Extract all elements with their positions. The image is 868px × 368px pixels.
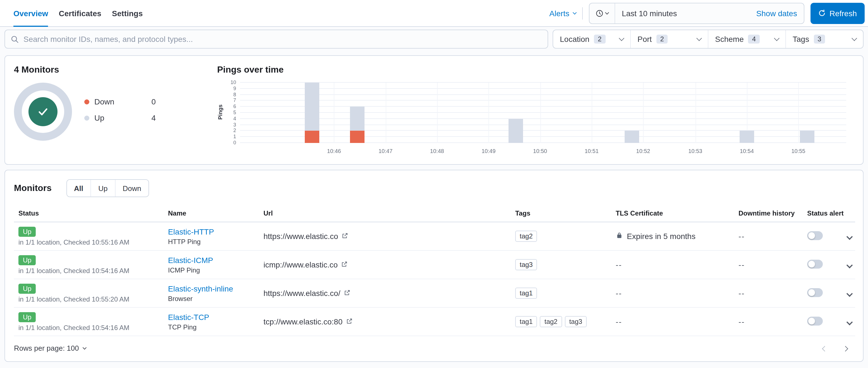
- filter-tags[interactable]: Tags3: [785, 30, 863, 48]
- monitors-filter-up[interactable]: Up: [90, 180, 115, 196]
- monitor-name-link[interactable]: Elastic-HTTP: [168, 227, 214, 236]
- status-alert-toggle[interactable]: [807, 288, 823, 297]
- monitor-name-link[interactable]: Elastic-synth-inline: [168, 284, 233, 293]
- uptime-app: OverviewCertificatesSettings Alerts Last…: [0, 0, 868, 368]
- tag-badge[interactable]: tag3: [565, 316, 587, 327]
- filter-scheme[interactable]: Scheme4: [708, 30, 785, 48]
- monitor-name-link[interactable]: Elastic-TCP: [168, 312, 209, 321]
- tag-badge[interactable]: tag2: [515, 231, 537, 242]
- cell-downtime-history: --: [734, 307, 803, 336]
- time-picker-clock-button[interactable]: [589, 3, 615, 23]
- clock-icon: [596, 9, 603, 17]
- time-range-value[interactable]: Last 10 minutes: [615, 9, 750, 18]
- gridline: [385, 83, 386, 143]
- monitors-filter-down[interactable]: Down: [115, 180, 149, 196]
- monitor-url-link[interactable]: icmp://www.elastic.co: [264, 260, 348, 269]
- x-axis-tick: 10:50: [533, 148, 547, 154]
- gridline: [592, 83, 592, 143]
- downtime-value: --: [739, 232, 745, 241]
- cell-expand: [842, 279, 855, 307]
- monitors-header: Monitors AllUpDown: [14, 179, 854, 197]
- gridline: [240, 124, 846, 125]
- legend-dot: [84, 99, 89, 104]
- search-input[interactable]: [24, 35, 542, 43]
- column-header-expand: [842, 205, 855, 222]
- tag-badge[interactable]: tag2: [540, 316, 562, 327]
- table-row: Upin 1/1 location, Checked 10:55:20 AMEl…: [14, 279, 855, 307]
- monitor-name-link[interactable]: Elastic-ICMP: [168, 255, 213, 265]
- monitors-filter-all[interactable]: All: [67, 180, 90, 196]
- chevron-down-icon: [696, 35, 702, 41]
- status-legend: Down0Up4: [84, 97, 156, 141]
- cell-status: Upin 1/1 location, Checked 10:54:16 AM: [14, 307, 163, 336]
- alerts-label: Alerts: [549, 9, 569, 18]
- legend-value: 0: [151, 97, 156, 106]
- cell-name: Elastic-synth-inlineBrowser: [163, 279, 259, 307]
- chevron-down-icon: [846, 290, 853, 297]
- legend-item-up: Up4: [84, 113, 156, 122]
- lock-icon: [616, 232, 623, 241]
- cell-status: Upin 1/1 location, Checked 10:55:16 AM: [14, 222, 163, 250]
- tag-badge[interactable]: tag3: [515, 259, 537, 270]
- ping-bar: [800, 131, 815, 143]
- cell-status: Upin 1/1 location, Checked 10:54:16 AM: [14, 250, 163, 279]
- status-alert-toggle[interactable]: [807, 316, 823, 325]
- bar-up-segment: [508, 119, 523, 143]
- cell-tags: tag1: [511, 279, 611, 307]
- rows-per-page-button[interactable]: Rows per page: 100: [14, 344, 86, 352]
- legend-label: Down: [94, 97, 115, 106]
- filter-location[interactable]: Location2: [553, 30, 630, 48]
- gridline: [798, 83, 799, 143]
- tls-value: --: [616, 289, 622, 298]
- tab-certificates[interactable]: Certificates: [59, 0, 101, 26]
- cell-expand: [842, 250, 855, 279]
- show-dates-link[interactable]: Show dates: [750, 9, 804, 18]
- tab-settings[interactable]: Settings: [112, 0, 143, 26]
- external-link-icon: [346, 317, 352, 326]
- expand-row-button[interactable]: [846, 316, 853, 327]
- expand-row-button[interactable]: [846, 231, 853, 242]
- expand-row-button[interactable]: [846, 288, 853, 299]
- chevron-down-icon: [573, 10, 577, 14]
- tag-badge[interactable]: tag1: [515, 316, 537, 327]
- monitor-url-link[interactable]: tcp://www.elastic.co:80: [264, 317, 352, 326]
- previous-page-button[interactable]: [823, 344, 827, 352]
- x-axis-tick: 10:51: [585, 148, 599, 154]
- legend-value: 4: [151, 113, 156, 122]
- external-link-icon: [344, 289, 350, 298]
- cell-url: icmp://www.elastic.co: [259, 250, 511, 279]
- cell-status-alert: [803, 307, 842, 336]
- next-page-button[interactable]: [843, 344, 847, 352]
- cell-name: Elastic-HTTPHTTP Ping: [163, 222, 259, 250]
- tls-status: --: [616, 260, 730, 269]
- pings-over-time-section: Pings over time Pings 01234567891010:461…: [213, 56, 863, 164]
- gridline: [240, 118, 846, 119]
- gridline: [240, 130, 846, 131]
- tab-overview[interactable]: Overview: [13, 0, 48, 26]
- refresh-button[interactable]: Refresh: [810, 2, 865, 24]
- status-detail: in 1/1 location, Checked 10:54:16 AM: [19, 267, 159, 274]
- status-badge: Up: [19, 255, 36, 265]
- column-header-status-alert: Status alert: [803, 205, 842, 222]
- status-alert-toggle[interactable]: [807, 259, 823, 268]
- filter-port[interactable]: Port2: [630, 30, 708, 48]
- chevron-down-icon: [83, 345, 87, 349]
- chevron-right-icon: [843, 346, 848, 351]
- table-row: Upin 1/1 location, Checked 10:55:16 AMEl…: [14, 222, 855, 250]
- status-alert-toggle[interactable]: [807, 231, 823, 240]
- filter-label: Location: [560, 35, 589, 43]
- gridline: [489, 83, 489, 143]
- monitor-url-link[interactable]: https://www.elastic.co/: [264, 289, 350, 298]
- status-donut-chart: [14, 83, 72, 141]
- column-header-downtime-history: Downtime history: [734, 205, 803, 222]
- refresh-icon: [818, 9, 826, 17]
- ping-bar: [350, 106, 364, 143]
- cell-tags: tag3: [511, 250, 611, 279]
- x-axis-tick: 10:52: [636, 148, 650, 154]
- expand-row-button[interactable]: [846, 259, 853, 270]
- gridline: [437, 83, 438, 143]
- search-and-filters-row: Location2Port2Scheme4Tags3: [0, 27, 868, 55]
- monitor-url-link[interactable]: https://www.elastic.co: [264, 232, 348, 241]
- tag-badge[interactable]: tag1: [515, 287, 537, 299]
- alerts-dropdown-button[interactable]: Alerts: [549, 9, 576, 18]
